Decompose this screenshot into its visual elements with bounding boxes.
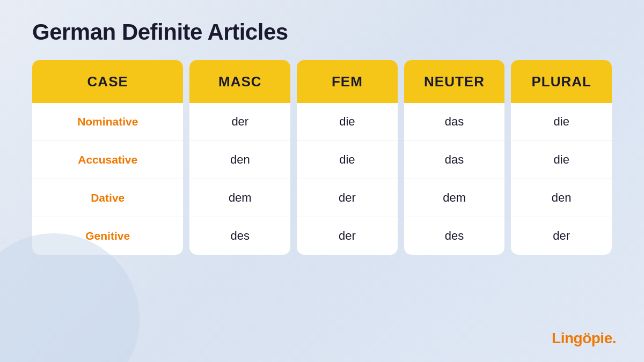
col-header-neuter: NEUTER xyxy=(404,60,505,103)
col-body-fem: diediederder xyxy=(297,103,398,255)
articles-table: CASENominativeAccusativeDativeGenitiveMA… xyxy=(32,60,612,255)
cell-masc-row0: der xyxy=(189,103,290,141)
col-body-plural: diediedender xyxy=(511,103,612,255)
col-case: CASENominativeAccusativeDativeGenitive xyxy=(32,60,183,255)
cell-fem-row1: die xyxy=(297,141,398,179)
col-header-masc: MASC xyxy=(189,60,290,103)
cell-masc-row3: des xyxy=(189,217,290,255)
cell-masc-row1: den xyxy=(189,141,290,179)
cell-neuter-row3: des xyxy=(404,217,505,255)
cell-plural-row2: den xyxy=(511,179,612,217)
cell-plural-row0: die xyxy=(511,103,612,141)
cell-fem-row2: der xyxy=(297,179,398,217)
cell-case-row0: Nominative xyxy=(32,103,183,141)
cell-case-row3: Genitive xyxy=(32,217,183,255)
col-neuter: NEUTERdasdasdemdes xyxy=(404,60,505,255)
col-header-fem: FEM xyxy=(297,60,398,103)
cell-neuter-row2: dem xyxy=(404,179,505,217)
col-header-case: CASE xyxy=(32,60,183,103)
col-masc: MASCderdendemdes xyxy=(189,60,290,255)
lingopie-brand: Lingöpie. xyxy=(552,330,616,347)
col-body-case: NominativeAccusativeDativeGenitive xyxy=(32,103,183,255)
cell-plural-row3: der xyxy=(511,217,612,255)
cell-masc-row2: dem xyxy=(189,179,290,217)
cell-fem-row3: der xyxy=(297,217,398,255)
cell-neuter-row0: das xyxy=(404,103,505,141)
col-plural: PLURALdiediedender xyxy=(511,60,612,255)
cell-case-row2: Dative xyxy=(32,179,183,217)
col-body-neuter: dasdasdemdes xyxy=(404,103,505,255)
cell-case-row1: Accusative xyxy=(32,141,183,179)
page-title: German Definite Articles xyxy=(32,19,288,45)
cell-neuter-row1: das xyxy=(404,141,505,179)
col-fem: FEMdiediederder xyxy=(297,60,398,255)
col-body-masc: derdendemdes xyxy=(189,103,290,255)
cell-plural-row1: die xyxy=(511,141,612,179)
cell-fem-row0: die xyxy=(297,103,398,141)
col-header-plural: PLURAL xyxy=(511,60,612,103)
